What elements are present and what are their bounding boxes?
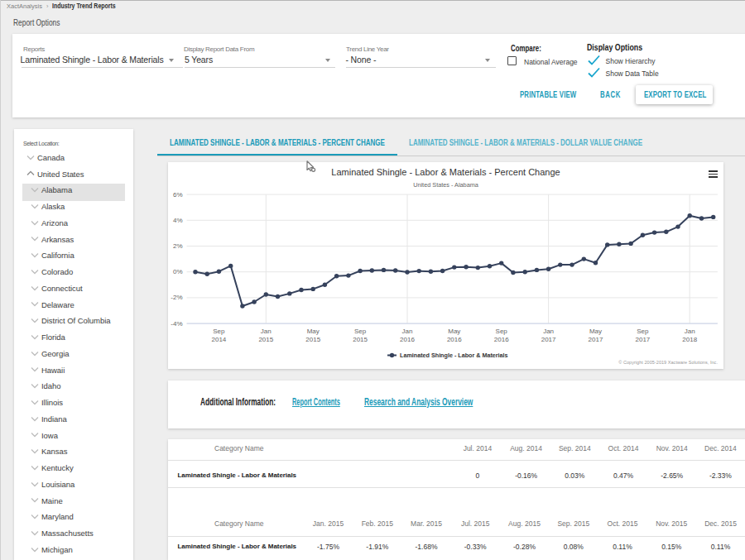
svg-text:Sep: Sep xyxy=(213,328,225,335)
svg-text:2015: 2015 xyxy=(353,336,368,343)
svg-text:Sep: Sep xyxy=(496,328,508,335)
svg-text:2015: 2015 xyxy=(305,336,320,343)
svg-text:4%: 4% xyxy=(173,216,183,223)
svg-text:2016: 2016 xyxy=(447,336,462,343)
svg-text:2015: 2015 xyxy=(258,336,273,343)
svg-text:Jan: Jan xyxy=(685,328,695,335)
svg-text:2018: 2018 xyxy=(682,336,697,343)
svg-text:2%: 2% xyxy=(173,242,183,250)
svg-text:2017: 2017 xyxy=(589,336,603,343)
svg-text:May: May xyxy=(589,328,602,335)
svg-text:Jan: Jan xyxy=(543,328,554,335)
svg-text:Sep: Sep xyxy=(354,328,367,335)
svg-text:0%: 0% xyxy=(173,268,183,275)
svg-text:-4%: -4% xyxy=(171,319,182,327)
svg-text:2016: 2016 xyxy=(494,336,509,343)
svg-text:Jan: Jan xyxy=(261,328,272,335)
svg-text:2016: 2016 xyxy=(400,336,415,343)
svg-text:Laminated Shingle - Labor & Ma: Laminated Shingle - Labor & Materials xyxy=(400,352,508,359)
svg-text:May: May xyxy=(448,328,460,335)
svg-text:2017: 2017 xyxy=(636,336,651,343)
svg-text:2017: 2017 xyxy=(541,336,556,343)
svg-text:May: May xyxy=(307,328,320,335)
svg-text:Jan: Jan xyxy=(402,328,413,335)
svg-text:-2%: -2% xyxy=(171,294,182,301)
svg-text:2014: 2014 xyxy=(212,336,227,343)
svg-text:6%: 6% xyxy=(173,190,183,198)
svg-text:Sep: Sep xyxy=(637,328,649,335)
